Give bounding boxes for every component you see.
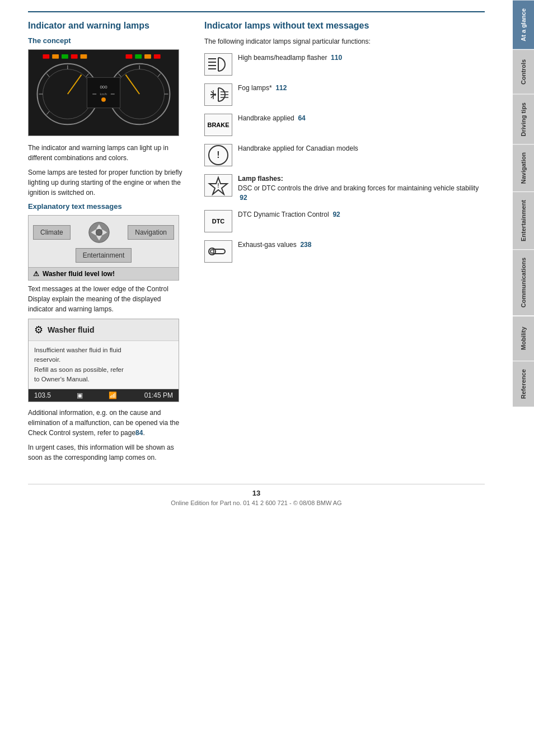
washer-line3: Refill as soon as possible, refer <box>34 366 124 373</box>
sidebar-tab-driving-tips[interactable]: Driving tips <box>513 94 534 144</box>
washer-odometer: 103.5 <box>34 391 51 399</box>
navigation-label: Navigation <box>128 225 174 240</box>
page-ref-1[interactable]: 84 <box>135 429 143 437</box>
control-arrow <box>88 221 110 244</box>
sidebar-tab-at-a-glance[interactable]: At a glance <box>513 0 534 49</box>
right-column: Indicator lamps without text messages Th… <box>204 21 485 467</box>
two-col-layout: Indicator and warning lamps The concept <box>28 21 485 467</box>
warning-bar: ⚠ Washer fluid level low! <box>29 267 179 280</box>
sidebar-tab-communications[interactable]: Communications <box>513 249 534 315</box>
washer-line2: reservoir. <box>34 356 60 363</box>
list-item: Exhaust-gas values 238 <box>204 240 485 263</box>
indicator-text-dtc: DTC Dynamic Traction Control 92 <box>238 210 485 220</box>
handbrake-canadian-icon-box: ! <box>204 144 232 166</box>
body-text-4-suffix: . <box>143 429 144 437</box>
main-content: Indicator and warning lamps The concept <box>0 0 513 756</box>
indicator-text-highbeam: High beams/headlamp flasher 110 <box>238 53 485 63</box>
svg-text:!: ! <box>217 183 219 189</box>
svg-rect-25 <box>135 54 142 59</box>
foglamp-page-ref[interactable]: 112 <box>275 84 287 92</box>
svg-point-36 <box>96 230 102 236</box>
foglamp-icon-box <box>204 83 232 106</box>
indicator-text-brake: Handbrake applied 64 <box>238 114 485 123</box>
page-number: 13 <box>28 489 485 497</box>
list-item: ! Lamp flashes: DSC or DTC controls the … <box>204 174 485 202</box>
sidebar-tab-entertainment[interactable]: Entertainment <box>513 192 534 249</box>
indicator-intro: The following indicator lamps signal par… <box>204 36 485 46</box>
left-column: Indicator and warning lamps The concept <box>28 21 188 467</box>
lamp-flash-label: Lamp flashes: <box>238 175 283 183</box>
washer-fluid-header: ⚙ Washer fluid <box>29 319 179 341</box>
indicator-text-handbrake-canadian: Handbrake applied for Canadian models <box>238 144 485 153</box>
body-text-4: Additional information, e.g. on the caus… <box>28 408 188 438</box>
svg-rect-22 <box>71 54 78 59</box>
washer-time: 📶 <box>109 391 119 399</box>
exhaust-icon-box <box>204 240 232 263</box>
svg-text:km/h: km/h <box>100 92 107 96</box>
highbeam-page-ref[interactable]: 110 <box>331 54 342 62</box>
washer-icon: ⚙ <box>34 324 43 336</box>
washer-radio-icon: ▣ <box>77 391 83 399</box>
warning-text: Washer fluid level low! <box>43 270 115 278</box>
svg-rect-24 <box>125 54 132 59</box>
washer-title: Washer fluid <box>48 325 95 334</box>
explanatory-title: Explanatory text messages <box>28 202 188 211</box>
list-item: Fog lamps* 112 <box>204 83 485 106</box>
main-title: Indicator and warning lamps <box>28 21 188 31</box>
highbeam-icon-box <box>204 53 232 76</box>
cluster-image: 000 km/h <box>28 49 179 136</box>
body-text-3: Text messages at the lower edge of the C… <box>28 284 188 314</box>
lamp-flash-page-ref[interactable]: 92 <box>240 194 247 202</box>
footer-text: Online Edition for Part no. 01 41 2 600 … <box>171 500 341 506</box>
washer-footer: 103.5 ▣ 📶 01:45 PM <box>29 389 179 402</box>
indicator-list: High beams/headlamp flasher 110 <box>204 53 485 263</box>
page-container: Indicator and warning lamps The concept <box>0 0 534 756</box>
control-display: Climate <box>28 215 179 281</box>
concept-title: The concept <box>28 36 188 45</box>
dtc-icon-box: DTC <box>204 210 232 232</box>
lamp-flash-icon-box: ! <box>204 174 232 197</box>
svg-rect-21 <box>62 54 68 59</box>
indicator-text-foglamp: Fog lamps* 112 <box>238 83 485 93</box>
washer-line1: Insufficient washer fluid in fluid <box>34 347 121 353</box>
lamp-flash-desc: DSC or DTC controls the drive and brakin… <box>238 184 479 192</box>
list-item: High beams/headlamp flasher 110 <box>204 53 485 76</box>
exhaust-page-ref[interactable]: 238 <box>300 241 311 249</box>
body-text-2: Some lamps are tested for proper functio… <box>28 167 188 198</box>
top-rule <box>28 11 485 12</box>
brake-icon-box: BRAKE <box>204 114 232 136</box>
sidebar: At a glance Controls Driving tips Naviga… <box>513 0 534 756</box>
svg-text:000: 000 <box>100 85 107 90</box>
sidebar-tab-navigation[interactable]: Navigation <box>513 144 534 192</box>
brake-page-ref[interactable]: 64 <box>298 114 305 122</box>
indicator-text-exhaust: Exhaust-gas values 238 <box>238 240 485 250</box>
svg-rect-23 <box>81 54 87 59</box>
body-text-1: The indicator and warning lamps can ligh… <box>28 143 188 163</box>
body-text-4-main: Additional information, e.g. on the caus… <box>28 409 179 437</box>
list-item: DTC DTC Dynamic Traction Control 92 <box>204 210 485 232</box>
list-item: BRAKE Handbrake applied 64 <box>204 114 485 136</box>
page-footer: 13 Online Edition for Part no. 01 41 2 6… <box>28 484 485 506</box>
svg-point-30 <box>101 97 106 102</box>
dtc-page-ref[interactable]: 92 <box>332 211 340 218</box>
sidebar-tab-mobility[interactable]: Mobility <box>513 316 534 361</box>
washer-fluid-box: ⚙ Washer fluid Insufficient washer fluid… <box>28 319 179 402</box>
indicator-text-lamp-flash: Lamp flashes: DSC or DTC controls the dr… <box>238 174 485 202</box>
climate-label: Climate <box>33 225 71 240</box>
washer-line4: to Owner's Manual. <box>34 376 90 382</box>
right-section-title: Indicator lamps without text messages <box>204 21 485 31</box>
svg-rect-20 <box>52 54 59 59</box>
svg-rect-19 <box>43 54 49 59</box>
sidebar-tab-reference[interactable]: Reference <box>513 361 534 407</box>
svg-rect-26 <box>144 54 151 59</box>
body-text-5: In urgent cases, this information will b… <box>28 442 188 463</box>
handbrake-canadian-icon: ! <box>208 145 228 165</box>
washer-body: Insufficient washer fluid in fluid reser… <box>29 341 179 389</box>
sidebar-tab-controls[interactable]: Controls <box>513 49 534 94</box>
list-item: ! Handbrake applied for Canadian models <box>204 144 485 166</box>
warning-icon: ⚠ <box>33 270 39 278</box>
entertainment-label: Entertainment <box>76 248 132 263</box>
svg-rect-27 <box>154 54 161 59</box>
